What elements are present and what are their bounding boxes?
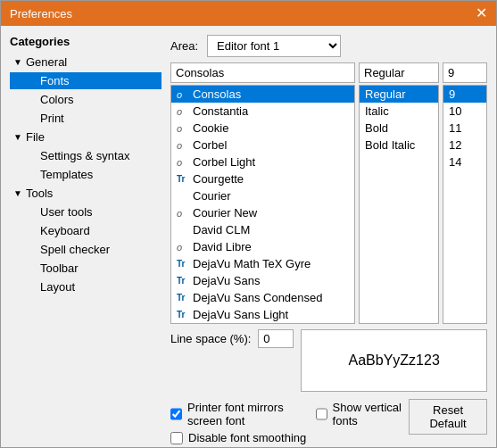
- sidebar-item-tools[interactable]: ▼ Tools: [10, 185, 162, 202]
- font-item-david-clm[interactable]: David CLM: [171, 221, 354, 238]
- font-type-icon: o: [177, 242, 189, 253]
- font-type-icon: o: [177, 106, 189, 117]
- sidebar-item-settings-syntax[interactable]: Settings & syntax: [10, 147, 162, 164]
- close-button[interactable]: ✕: [476, 6, 487, 21]
- style-item-bold[interactable]: Bold: [360, 120, 438, 137]
- linespace-input[interactable]: [258, 329, 294, 348]
- checkbox-show-vertical-label: Show vertical fonts: [333, 401, 410, 427]
- checkbox-printer-mirrors-input[interactable]: [170, 408, 182, 420]
- font-item-corbel[interactable]: o Corbel: [171, 137, 354, 153]
- linespace-label: Line space (%):: [170, 332, 251, 345]
- sidebar-item-label: File: [26, 130, 45, 144]
- font-item-dejavu-sans[interactable]: Tr DejaVu Sans: [171, 272, 354, 289]
- window-title: Preferences: [10, 7, 72, 21]
- style-col: Regular Italic Bold Bold Italic: [359, 62, 439, 324]
- sidebar-item-user-tools[interactable]: User tools: [10, 203, 162, 220]
- checkbox-show-vertical-input[interactable]: [316, 408, 327, 420]
- sidebar-item-label: General: [26, 55, 67, 69]
- font-item-cookie[interactable]: o Cookie: [171, 120, 354, 137]
- sidebar-item-colors[interactable]: Colors: [10, 91, 162, 108]
- sidebar-item-file[interactable]: ▼ File: [10, 129, 162, 145]
- checkbox-disable-smoothing-input[interactable]: [170, 432, 183, 444]
- font-name: Corbel Light: [193, 155, 255, 169]
- sidebar-item-label: Keyboard: [40, 224, 90, 237]
- font-item-courier[interactable]: Courier: [171, 187, 354, 204]
- font-type-icon: o: [177, 208, 189, 219]
- font-item-constantia[interactable]: o Constantia: [171, 103, 354, 120]
- reset-row: Reset Default: [409, 397, 487, 436]
- size-input[interactable]: [443, 62, 487, 83]
- font-search-col: o Consolas o Constantia o Cookie: [170, 62, 355, 324]
- checkbox-printer-mirrors-label: Printer font mirrors screen font: [187, 401, 311, 427]
- style-list: Regular Italic Bold Bold Italic: [359, 85, 439, 324]
- categories-title: Categories: [10, 35, 162, 48]
- area-row: Area: Editor font 1 Editor font 2 Printe…: [170, 35, 487, 57]
- size-item-14[interactable]: 14: [443, 153, 486, 170]
- sidebar-item-templates[interactable]: Templates: [10, 166, 162, 183]
- area-select[interactable]: Editor font 1 Editor font 2 Printer font: [207, 35, 341, 57]
- font-search-input[interactable]: [170, 62, 355, 83]
- font-name: Consolas: [193, 87, 241, 101]
- linespace-col: Line space (%):: [170, 329, 294, 348]
- font-preview: AaBbYyZz123: [301, 329, 487, 392]
- size-item-12[interactable]: 12: [443, 137, 486, 153]
- font-name: David Libre: [193, 240, 252, 253]
- font-name: DejaVu Sans: [193, 274, 260, 287]
- font-item-courgette[interactable]: Tr Courgette: [171, 170, 354, 187]
- size-list: 9 10 11 12 14: [443, 85, 487, 324]
- checkbox-reset-row: Printer font mirrors screen font Show ve…: [170, 397, 487, 448]
- style-item-regular[interactable]: Regular: [360, 86, 438, 103]
- checkbox-disable-smoothing: Disable font smoothing: [170, 431, 409, 444]
- font-item-dejavu-sans-light[interactable]: Tr DejaVu Sans Light: [171, 306, 354, 323]
- linespace-preview-row: Line space (%): AaBbYyZz123: [170, 329, 487, 392]
- size-item-9[interactable]: 9: [443, 86, 486, 103]
- style-item-italic[interactable]: Italic: [360, 103, 438, 120]
- reset-default-button[interactable]: Reset Default: [409, 399, 487, 435]
- font-type-icon: Tr: [177, 174, 189, 184]
- sidebar-item-layout[interactable]: Layout: [10, 278, 162, 295]
- sidebar-item-general[interactable]: ▼ General: [10, 54, 162, 71]
- linespace-row: Line space (%):: [170, 329, 294, 348]
- font-type-icon: Tr: [177, 293, 189, 303]
- sidebar-item-label: Spell checker: [40, 243, 110, 256]
- size-item-11[interactable]: 11: [443, 120, 486, 137]
- sidebar-item-label: Toolbar: [40, 261, 79, 275]
- size-item-10[interactable]: 10: [443, 103, 486, 120]
- font-item-corbel-light[interactable]: o Corbel Light: [171, 153, 354, 170]
- checkboxes-area: Printer font mirrors screen font Show ve…: [170, 397, 409, 448]
- font-name: Courier: [193, 189, 231, 203]
- font-name: DejaVu Sans Light: [193, 308, 288, 321]
- sidebar-item-label: Layout: [40, 280, 75, 294]
- sidebar-item-label: Colors: [40, 93, 74, 106]
- sidebar-item-label: Settings & syntax: [40, 149, 129, 162]
- area-label: Area:: [170, 39, 198, 53]
- style-item-bold-italic[interactable]: Bold Italic: [360, 137, 438, 153]
- sidebar-item-print[interactable]: Print: [10, 110, 162, 127]
- style-input[interactable]: [359, 62, 439, 83]
- sidebar-item-label: Fonts: [40, 74, 70, 87]
- font-item-david-libre[interactable]: o David Libre: [171, 238, 354, 255]
- title-bar: Preferences ✕: [1, 1, 496, 26]
- sidebar-item-toolbar[interactable]: Toolbar: [10, 260, 162, 277]
- font-type-icon: o: [177, 157, 189, 168]
- preferences-window: Preferences ✕ Categories ▼ General Fonts…: [0, 0, 497, 448]
- arrow-general: ▼: [13, 57, 26, 67]
- font-lists: o Consolas o Constantia o Cookie: [170, 62, 487, 324]
- font-item-consolas[interactable]: o Consolas: [171, 86, 354, 103]
- preview-text: AaBbYyZz123: [349, 353, 440, 369]
- sidebar-item-fonts[interactable]: Fonts: [10, 72, 162, 89]
- categories-panel: Categories ▼ General Fonts Colors Print: [10, 35, 162, 448]
- font-type-icon: o: [177, 140, 189, 151]
- sidebar-item-label: User tools: [40, 205, 93, 219]
- sidebar-item-keyboard[interactable]: Keyboard: [10, 222, 162, 239]
- font-name: Courgette: [193, 172, 244, 186]
- main-content: Categories ▼ General Fonts Colors Print: [1, 26, 496, 448]
- font-item-dejavu-math[interactable]: Tr DejaVu Math TeX Gyre: [171, 255, 354, 272]
- font-item-dejavu-sans-condensed[interactable]: Tr DejaVu Sans Condensed: [171, 289, 354, 306]
- main-area: Categories ▼ General Fonts Colors Print: [10, 35, 487, 448]
- font-type-icon: Tr: [177, 276, 189, 286]
- font-item-courier-new[interactable]: o Courier New: [171, 204, 354, 221]
- font-name: David CLM: [193, 223, 250, 236]
- font-list-wrapper: o Consolas o Constantia o Cookie: [170, 85, 355, 324]
- sidebar-item-spell-checker[interactable]: Spell checker: [10, 241, 162, 258]
